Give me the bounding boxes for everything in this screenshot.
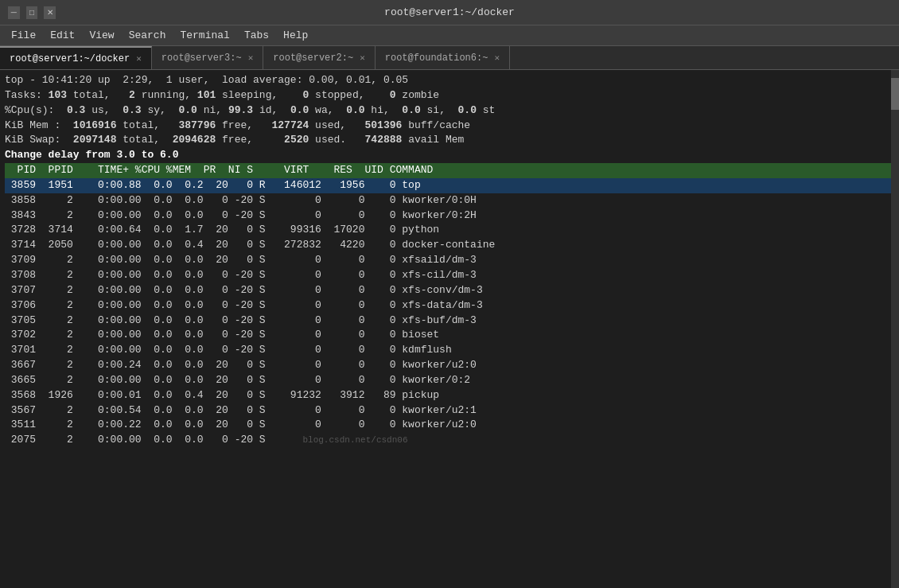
tab-close-server2[interactable]: ✕: [360, 53, 365, 63]
table-row: 3728 3714 0:00.64 0.0 1.7 20 0 S 99316 1…: [5, 223, 894, 238]
table-row: 3707 2 0:00.00 0.0 0.0 0 -20 S 0 0 0 xfs…: [5, 283, 894, 298]
top-line2: Tasks: 103 total, 2 running, 101 sleepin…: [5, 88, 894, 103]
tasks-label: Tasks:: [5, 89, 49, 101]
table-row: 3709 2 0:00.00 0.0 0.0 20 0 S 0 0 0 xfsa…: [5, 253, 894, 268]
table-row: 3665 2 0:00.00 0.0 0.0 20 0 S 0 0 0 kwor…: [5, 373, 894, 388]
menu-search[interactable]: Search: [123, 28, 173, 43]
top-line1: top - 10:41:20 up 2:29, 1 user, load ave…: [5, 73, 894, 88]
scrollbar[interactable]: [891, 70, 899, 588]
scrollbar-thumb[interactable]: [891, 78, 899, 110]
minimize-button[interactable]: ─: [8, 6, 20, 19]
tab-label-foundation6: root@foundation6:~: [385, 53, 488, 64]
tab-label-server3: root@server3:~: [162, 53, 242, 64]
menu-terminal[interactable]: Terminal: [173, 28, 235, 43]
menu-file[interactable]: File: [5, 28, 42, 43]
table-row: 3667 2 0:00.24 0.0 0.0 20 0 S 0 0 0 kwor…: [5, 358, 894, 373]
tab-bar: root@server1:~/docker ✕ root@server3:~ ✕…: [0, 46, 899, 70]
watermark-text: blog.csdn.net/csdn06: [302, 435, 407, 445]
tab-close-server3[interactable]: ✕: [248, 53, 254, 63]
top-line4: KiB Mem : 1016916 total, 387796 free, 12…: [5, 119, 894, 134]
menu-bar: File Edit View Search Terminal Tabs Help: [0, 25, 899, 46]
tab-label-server1: root@server1:~/docker: [10, 53, 130, 64]
close-button[interactable]: ✕: [44, 6, 56, 19]
tab-foundation6[interactable]: root@foundation6:~ ✕: [376, 46, 510, 69]
tab-server3[interactable]: root@server3:~ ✕: [152, 46, 263, 69]
window-title: root@server1:~/docker: [56, 6, 843, 18]
tab-close-foundation6[interactable]: ✕: [494, 53, 500, 63]
tasks-total: 103: [49, 89, 67, 101]
table-header: PID PPID TIME+ %CPU %MEM PR NI S VIRT RE…: [5, 163, 894, 178]
table-row: 3567 2 0:00.54 0.0 0.0 20 0 S 0 0 0 kwor…: [5, 403, 894, 419]
top-line3: %Cpu(s): 0.3 us, 0.3 sy, 0.0 ni, 99.3 id…: [5, 103, 894, 119]
table-row: 3858 2 0:00.00 0.0 0.0 0 -20 S 0 0 0 kwo…: [5, 193, 894, 208]
title-bar: ─ □ ✕ root@server1:~/docker: [0, 0, 899, 25]
tasks-running: 2: [129, 89, 135, 101]
menu-help[interactable]: Help: [277, 28, 314, 43]
table-row: 3511 2 0:00.22 0.0 0.0 20 0 S 0 0 0 kwor…: [5, 418, 894, 433]
table-row: 3568 1926 0:00.01 0.0 0.4 20 0 S 91232 3…: [5, 388, 894, 403]
menu-edit[interactable]: Edit: [44, 28, 81, 43]
table-row: 3705 2 0:00.00 0.0 0.0 0 -20 S 0 0 0 xfs…: [5, 313, 894, 329]
tab-close-server1[interactable]: ✕: [136, 53, 142, 64]
table-rows: 3859 1951 0:00.88 0.0 0.2 20 0 R 146012 …: [5, 178, 894, 448]
table-row: 3714 2050 0:00.00 0.0 0.4 20 0 S 272832 …: [5, 238, 894, 253]
table-row: 3859 1951 0:00.88 0.0 0.2 20 0 R 146012 …: [5, 178, 894, 193]
menu-view[interactable]: View: [83, 28, 120, 43]
tasks-zombie: 0: [390, 89, 396, 101]
top-line5: KiB Swap: 2097148 total, 2094628 free, 2…: [5, 133, 894, 148]
table-row: 3701 2 0:00.00 0.0 0.0 0 -20 S 0 0 0 kdm…: [5, 343, 894, 358]
table-row: 3702 2 0:00.00 0.0 0.0 0 -20 S 0 0 0 bio…: [5, 328, 894, 343]
tab-server2[interactable]: root@server2:~ ✕: [263, 46, 375, 69]
terminal-content[interactable]: top - 10:41:20 up 2:29, 1 user, load ave…: [0, 70, 899, 588]
tab-label-server2: root@server2:~: [273, 53, 353, 64]
table-row: 3708 2 0:00.00 0.0 0.0 0 -20 S 0 0 0 xfs…: [5, 268, 894, 283]
table-row: 2075 2 0:00.00 0.0 0.0 0 -20 S blog.csdn…: [5, 433, 894, 448]
table-row: 3706 2 0:00.00 0.0 0.0 0 -20 S 0 0 0 xfs…: [5, 298, 894, 313]
change-delay-line: Change delay from 3.0 to 6.0: [5, 148, 894, 163]
maximize-button[interactable]: □: [26, 6, 38, 19]
tab-server1[interactable]: root@server1:~/docker ✕: [0, 46, 152, 69]
menu-tabs[interactable]: Tabs: [238, 28, 275, 43]
table-row: 3843 2 0:00.00 0.0 0.0 0 -20 S 0 0 0 kwo…: [5, 208, 894, 224]
tasks-sleeping: 101: [197, 89, 216, 101]
